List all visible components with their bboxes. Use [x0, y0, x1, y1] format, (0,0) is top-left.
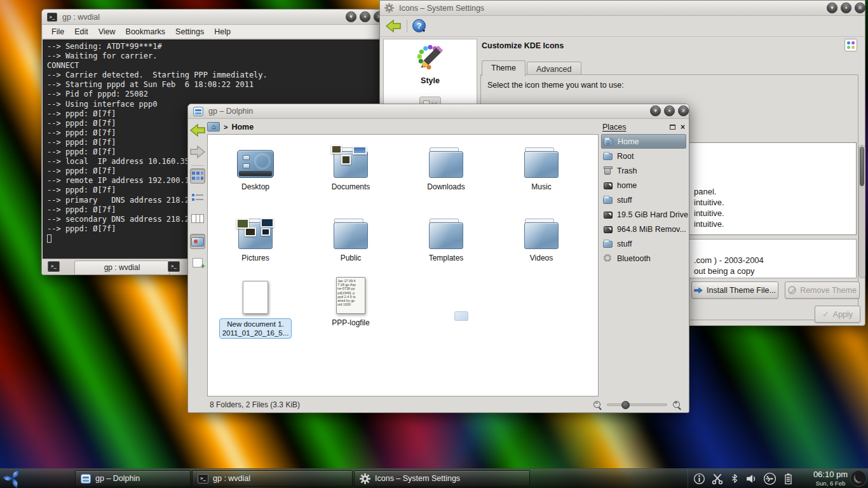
zoom-slider[interactable]	[607, 403, 667, 406]
info-tray-icon[interactable]	[693, 473, 705, 485]
file-item-pictures[interactable]: Pictures	[211, 212, 300, 262]
menu-bookmarks[interactable]: Bookmarks	[121, 26, 171, 37]
file-item-desktop[interactable]: Desktop	[211, 141, 300, 191]
places-header: Places ×	[601, 120, 686, 134]
minimize-button[interactable]: ▾	[650, 105, 661, 116]
icons-view-button[interactable]	[190, 168, 205, 184]
klipper-scissors-icon[interactable]	[711, 472, 724, 485]
zoom-in-icon[interactable]: +	[672, 400, 681, 409]
place-trash[interactable]: Trash	[601, 163, 686, 178]
details-view-button[interactable]	[190, 190, 205, 205]
icons-module-mini-icon	[844, 39, 857, 51]
close-panel-icon[interactable]: ×	[681, 124, 685, 130]
back-button[interactable]	[189, 123, 206, 137]
scrollbar-thumb[interactable]	[860, 147, 864, 186]
place-hard-drive[interactable]: 19.5 GiB Hard Drive	[601, 207, 686, 222]
battery-tray-icon[interactable]	[782, 472, 794, 485]
zoom-slider-handle[interactable]	[621, 401, 630, 409]
home-folder-icon[interactable]: ⌂	[207, 122, 220, 132]
konsole-titlebar[interactable]: >_ gp : wvdial ▾ ● ×	[42, 10, 384, 25]
close-button[interactable]: ×	[678, 105, 689, 116]
preview-button[interactable]	[190, 234, 205, 249]
task-system-settings[interactable]: Icons – System Settings	[354, 470, 530, 487]
place-stuff[interactable]: stuff	[601, 193, 686, 207]
device-notifier-usb-icon[interactable]	[763, 472, 776, 485]
file-item-public[interactable]: Public	[306, 212, 395, 262]
pictures-folder-icon	[238, 222, 273, 249]
place-removable-drive[interactable]: 964.8 MiB Remov...	[601, 222, 686, 236]
file-item-ppp-logfile[interactable]: Jan 17 09:4 7:18 gp-Asp ire-5738 pp pd[1…	[306, 274, 395, 327]
clock[interactable]: 06:10 pm Sun, 6 Feb	[811, 470, 850, 487]
scrollbar[interactable]	[858, 145, 865, 278]
no-entry-icon	[788, 286, 796, 294]
back-button[interactable]	[385, 19, 402, 33]
menu-edit[interactable]: Edit	[69, 26, 93, 37]
statusbar: 8 Folders, 2 Files (3.3 KiB) − +	[188, 396, 689, 412]
place-home[interactable]: Home	[601, 134, 686, 149]
app-launcher-icon[interactable]	[3, 469, 22, 488]
preview-icon	[191, 237, 204, 247]
forward-button[interactable]	[189, 145, 206, 159]
menu-settings[interactable]: Settings	[170, 26, 209, 37]
remove-theme-button[interactable]: Remove Theme	[785, 281, 860, 299]
hard-drive-icon	[603, 210, 613, 219]
minimize-button[interactable]: ▾	[346, 11, 356, 22]
maximize-button[interactable]: ●	[360, 11, 370, 22]
zoom-out-icon[interactable]: −	[593, 400, 602, 409]
split-view-button[interactable]	[190, 255, 205, 270]
checkmark-icon: ✓	[822, 309, 829, 319]
file-item-downloads[interactable]: Downloads	[402, 141, 491, 191]
file-item-new-document[interactable]: New document 1. 2011_01_20_16_5...	[211, 274, 300, 339]
sidebar-item-style[interactable]: Style	[384, 39, 477, 85]
place-stuff-2[interactable]: stuff	[601, 236, 686, 251]
menu-view[interactable]: View	[93, 26, 121, 37]
file-item-music[interactable]: Music	[497, 141, 586, 191]
dolphin-titlebar[interactable]: gp – Dolphin ▾ ● ×	[188, 104, 689, 119]
folder-view[interactable]: Desktop Documents Downloads Music	[207, 134, 599, 396]
file-item-templates[interactable]: Templates	[402, 212, 491, 262]
style-pencil-icon	[416, 44, 445, 71]
toolbar-separator	[407, 20, 407, 32]
file-item-documents[interactable]: Documents	[306, 141, 395, 191]
volume-tray-icon[interactable]	[745, 473, 757, 485]
tab-theme[interactable]: Theme	[482, 60, 526, 76]
module-heading: Customize KDE Icons	[482, 41, 564, 50]
chevron-down-icon[interactable]: ▾	[423, 28, 425, 34]
places-panel: Places × Home Root Trash home	[599, 119, 689, 396]
bluetooth-tray-icon[interactable]	[729, 472, 740, 485]
documents-folder-icon	[334, 151, 368, 178]
status-text: 8 Folders, 2 Files (3.3 KiB)	[210, 400, 593, 409]
minimize-button[interactable]: ▾	[827, 3, 837, 13]
place-home-partition[interactable]: home	[601, 178, 686, 193]
file-item-videos[interactable]: Videos	[497, 212, 586, 262]
menu-file[interactable]: File	[46, 26, 69, 37]
maximize-button[interactable]: ●	[841, 3, 851, 13]
place-bluetooth[interactable]: Bluetooth	[601, 251, 686, 266]
task-dolphin[interactable]: gp – Dolphin	[75, 470, 191, 487]
menu-help[interactable]: Help	[209, 26, 236, 37]
system-settings-titlebar[interactable]: Icons – System Settings ▾ ● ×	[380, 1, 865, 16]
columns-view-button[interactable]	[190, 211, 205, 226]
folder-icon	[603, 152, 613, 161]
task-konsole[interactable]: >_ gp : wvdial	[192, 470, 353, 487]
konsole-tab[interactable]: gp : wvdial	[74, 261, 170, 274]
blank-document-icon	[243, 281, 268, 314]
konsole-title: gp : wvdial	[62, 13, 100, 22]
details-view-icon	[192, 193, 203, 202]
apply-button[interactable]: ✓ Apply	[815, 306, 860, 323]
place-root[interactable]: Root	[601, 149, 686, 163]
float-panel-icon[interactable]	[670, 125, 675, 130]
trash-icon	[603, 166, 613, 175]
taskbar: gp – Dolphin >_ gp : wvdial Icons – Syst…	[0, 468, 868, 488]
toolbar-separator	[191, 165, 204, 166]
breadcrumb-home[interactable]: Home	[231, 123, 254, 132]
install-theme-button[interactable]: Install Theme File...	[691, 281, 778, 299]
gear-icon	[360, 473, 370, 484]
close-button[interactable]: ×	[855, 3, 865, 13]
split-tab-button[interactable]: >_	[168, 261, 180, 272]
panel-cashew-icon[interactable]	[850, 470, 867, 487]
bluetooth-gear-icon	[603, 254, 613, 263]
maximize-button[interactable]: ●	[664, 105, 675, 116]
dolphin-app-icon	[193, 107, 203, 116]
new-tab-button[interactable]: >_	[48, 261, 60, 272]
